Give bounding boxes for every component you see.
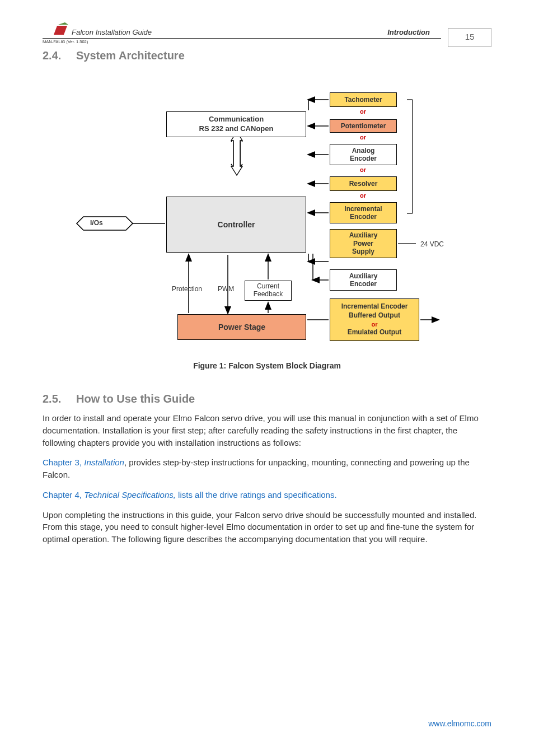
- footer-url[interactable]: www.elmomc.com: [428, 719, 491, 728]
- section-number: 2.4.: [43, 49, 76, 62]
- incremental-encoder-box: Incremental Encoder: [330, 202, 397, 223]
- chapter3-link[interactable]: Chapter 3,: [43, 458, 84, 467]
- section-name: Introduction: [387, 28, 430, 36]
- body-p4: Upon completing the instructions in this…: [43, 509, 491, 545]
- page-number-box: 15: [448, 28, 491, 47]
- aux-power-supply-box: Auxiliary Power Supply: [330, 229, 397, 258]
- section-2-5-heading: 2.5. How to Use this Guide: [43, 393, 491, 405]
- p3-rest[interactable]: lists all the drive ratings and specific…: [176, 490, 337, 500]
- svg-marker-3: [231, 132, 242, 175]
- auxpw-l1: Auxiliary: [349, 231, 378, 239]
- comm-line2: RS 232 and CANopen: [199, 124, 274, 134]
- ibuf-l3: Emulated Output: [348, 328, 402, 337]
- body-p3: Chapter 4, Technical Specifications, lis…: [43, 489, 491, 501]
- auxen-l1: Auxiliary: [349, 272, 378, 280]
- system-block-diagram: Communication RS 232 and CANopen Control…: [71, 68, 463, 353]
- logo-icon: [43, 22, 69, 38]
- page-header: Falcon Installation Guide Introduction M…: [43, 26, 491, 43]
- ios-label: I/Os: [90, 219, 103, 227]
- body-p1: In order to install and operate your Elm…: [43, 412, 491, 449]
- incenc-l1: Incremental: [344, 205, 382, 213]
- section-number-25: 2.5.: [43, 393, 76, 405]
- anenc-l2: Encoder: [350, 155, 377, 162]
- resolver-box: Resolver: [330, 176, 397, 191]
- doc-title: Falcon Installation Guide: [72, 28, 152, 36]
- page: Falcon Installation Guide Introduction M…: [0, 0, 534, 756]
- section-title: System Architecture: [76, 49, 185, 62]
- ibuf-or: or: [372, 320, 378, 328]
- chapter3-title[interactable]: Installation: [84, 458, 124, 467]
- or-label-1: or: [360, 108, 366, 115]
- ibuf-l2: Buffered Output: [349, 311, 400, 320]
- body-p2: Chapter 3, Installation, provides step-b…: [43, 456, 491, 481]
- version-line: MAN-FALIG (Ver. 1.502): [43, 39, 88, 44]
- current-l1: Current: [257, 283, 279, 291]
- tacho-label: Tachometer: [344, 96, 382, 104]
- controller-label: Controller: [218, 220, 255, 229]
- page-number: 15: [465, 32, 475, 41]
- chapter4-link[interactable]: Chapter 4,: [43, 490, 84, 500]
- svg-marker-0: [77, 217, 133, 230]
- pot-label: Potentiometer: [341, 122, 386, 130]
- aux-encoder-box: Auxiliary Encoder: [330, 269, 397, 291]
- protection-label: Protection: [172, 285, 202, 293]
- chapter4-title[interactable]: Technical Specifications,: [84, 490, 176, 500]
- current-l2: Feedback: [254, 291, 283, 298]
- power-stage-label: Power Stage: [218, 323, 265, 332]
- pwm-label: PWM: [218, 285, 234, 293]
- or-label-3: or: [360, 166, 366, 173]
- analog-encoder-box: Analog Encoder: [330, 144, 397, 165]
- ibuf-l1: Incremental Encoder: [341, 302, 408, 311]
- communication-box: Communication RS 232 and CANopen: [166, 111, 306, 137]
- potentiometer-box: Potentiometer: [330, 119, 397, 133]
- header-rule: [43, 38, 441, 39]
- auxen-l2: Encoder: [350, 280, 377, 288]
- power-stage-box: Power Stage: [177, 314, 306, 340]
- anenc-l1: Analog: [352, 147, 375, 155]
- current-feedback-box: Current Feedback: [245, 281, 292, 301]
- controller-box: Controller: [166, 197, 306, 253]
- tachometer-box: Tachometer: [330, 92, 397, 107]
- auxpw-l2: Power: [353, 240, 373, 248]
- incenc-l2: Encoder: [350, 213, 377, 221]
- vdc-label: 24 VDC: [420, 240, 444, 248]
- figure-caption: Figure 1: Falcon System Block Diagram: [43, 361, 491, 370]
- comm-line1: Communication: [209, 115, 264, 124]
- resolver-label: Resolver: [349, 180, 378, 188]
- or-label-2: or: [360, 134, 366, 141]
- auxpw-l3: Supply: [352, 248, 374, 255]
- inc-encoder-output-box: Incremental Encoder Buffered Output or E…: [330, 298, 419, 341]
- section-2-4-heading: 2.4. System Architecture: [43, 49, 491, 62]
- or-label-4: or: [360, 192, 366, 199]
- section-title-25: How to Use this Guide: [76, 393, 195, 405]
